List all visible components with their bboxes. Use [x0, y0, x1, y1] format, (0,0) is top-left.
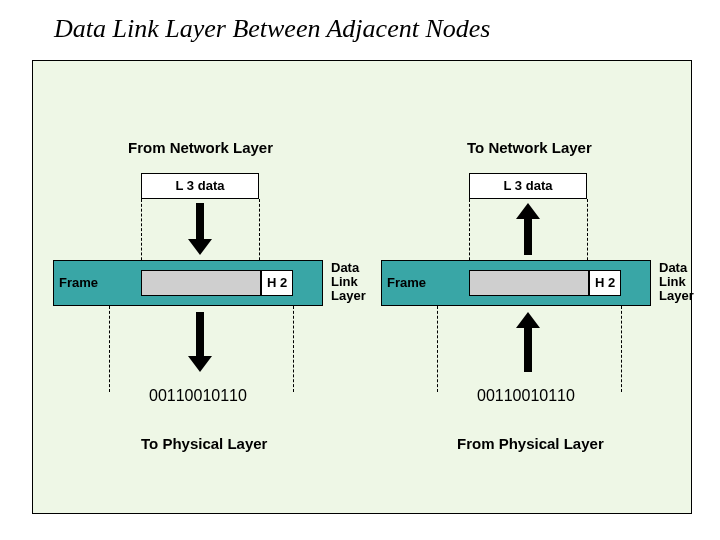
- left-bits: 00110010110: [149, 387, 247, 405]
- svg-rect-2: [196, 312, 204, 356]
- left-lower-guide-r: [293, 306, 294, 392]
- right-lower-guide-r: [621, 306, 622, 392]
- left-top-label: From Network Layer: [128, 139, 273, 156]
- right-frame-label: Frame: [387, 275, 426, 290]
- left-h2-box: H 2: [261, 270, 293, 296]
- right-l3-box: L 3 data: [469, 173, 587, 199]
- down-arrow-icon: [188, 203, 212, 255]
- right-lower-guide-l: [437, 306, 438, 392]
- left-frame-payload: [141, 270, 261, 296]
- page-title: Data Link Layer Between Adjacent Nodes: [54, 14, 490, 44]
- svg-marker-1: [188, 239, 212, 255]
- left-frame-label: Frame: [59, 275, 98, 290]
- right-dll-label: Data Link Layer: [659, 261, 694, 303]
- right-frame-payload: [469, 270, 589, 296]
- svg-marker-3: [188, 356, 212, 372]
- right-bottom-label: From Physical Layer: [457, 435, 604, 452]
- up-arrow-2-icon: [516, 312, 540, 372]
- diagram-panel: From Network Layer L 3 data Frame H 2 Da…: [32, 60, 692, 514]
- left-bottom-label: To Physical Layer: [141, 435, 267, 452]
- svg-marker-6: [516, 312, 540, 328]
- up-arrow-icon: [516, 203, 540, 255]
- right-top-label: To Network Layer: [467, 139, 592, 156]
- svg-rect-7: [524, 328, 532, 372]
- svg-rect-5: [524, 219, 532, 255]
- left-dll-label: Data Link Layer: [331, 261, 366, 303]
- svg-rect-0: [196, 203, 204, 239]
- left-l3-box: L 3 data: [141, 173, 259, 199]
- right-h2-box: H 2: [589, 270, 621, 296]
- down-arrow-2-icon: [188, 312, 212, 372]
- left-lower-guide-l: [109, 306, 110, 392]
- svg-marker-4: [516, 203, 540, 219]
- right-bits: 00110010110: [477, 387, 575, 405]
